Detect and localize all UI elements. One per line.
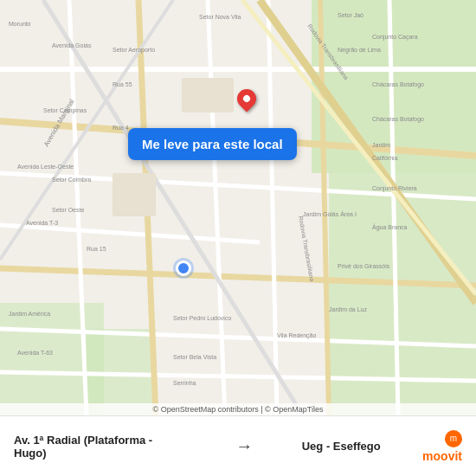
- svg-text:Setor Pedro Ludovico: Setor Pedro Ludovico: [173, 315, 231, 321]
- map-attribution: © OpenStreetMap contributors | © OpenMap…: [0, 403, 476, 415]
- svg-text:Setor Jaó: Setor Jaó: [338, 12, 363, 18]
- svg-text:Jardim América: Jardim América: [9, 311, 50, 317]
- svg-text:Rua 4: Rua 4: [113, 125, 129, 131]
- moovit-brand-text: moovit: [422, 449, 462, 463]
- svg-text:Setor Coimbra: Setor Coimbra: [52, 177, 91, 183]
- route-arrow: →: [235, 436, 253, 456]
- bottom-bar: Av. 1ª Radial (Plataforma - Hugo) → Ueg …: [0, 415, 476, 476]
- svg-text:Chácaras Botafogo: Chácaras Botafogo: [372, 81, 424, 88]
- svg-text:Morunbi: Morunbi: [9, 21, 31, 27]
- moovit-logo: m moovit: [422, 430, 462, 463]
- svg-text:Califórnia: Califórnia: [372, 155, 398, 161]
- svg-text:Chácaras Botafogo: Chácaras Botafogo: [372, 116, 424, 123]
- svg-text:Rua 55: Rua 55: [113, 81, 132, 87]
- svg-text:Privé dos Girassóis: Privé dos Girassóis: [338, 263, 390, 269]
- svg-text:Avenida Goiás: Avenida Goiás: [52, 42, 92, 48]
- svg-text:Avenida T-3: Avenida T-3: [26, 220, 58, 226]
- map-callout[interactable]: Me leve para este local: [128, 128, 297, 160]
- route-to: Ueg - Eseffego: [302, 440, 381, 453]
- callout-text: Me leve para este local: [142, 137, 283, 151]
- svg-rect-55: [182, 78, 234, 113]
- route-to-name: Ueg - Eseffego: [302, 440, 381, 453]
- svg-text:Negrão de Lima: Negrão de Lima: [338, 47, 381, 54]
- svg-text:Setor Bela Vista: Setor Bela Vista: [173, 354, 216, 360]
- svg-text:Água Branca: Água Branca: [372, 223, 408, 231]
- svg-text:Setor Oeste: Setor Oeste: [52, 207, 84, 213]
- route-from-name: Av. 1ª Radial (Plataforma - Hugo): [14, 434, 187, 460]
- svg-text:Conjunto Caçara: Conjunto Caçara: [372, 34, 418, 41]
- svg-text:Vila Redenção: Vila Redenção: [277, 332, 317, 339]
- pin-head: [233, 85, 260, 112]
- svg-text:Avenida Leste-Oeste: Avenida Leste-Oeste: [17, 164, 74, 170]
- svg-text:Jardim: Jardim: [372, 142, 390, 148]
- svg-rect-56: [113, 173, 156, 216]
- svg-text:Jardim da Luz: Jardim da Luz: [329, 306, 367, 312]
- svg-text:Setor Aeroporto: Setor Aeroporto: [113, 47, 155, 54]
- attribution-text: © OpenStreetMap contributors | © OpenMap…: [153, 405, 324, 414]
- svg-text:Serrinha: Serrinha: [173, 380, 196, 386]
- current-location-dot: [176, 261, 191, 276]
- svg-text:Conjunto Riviera: Conjunto Riviera: [372, 185, 417, 192]
- svg-text:Jardim Golás Área I: Jardim Golás Área I: [303, 210, 357, 217]
- moovit-icon: m: [445, 430, 462, 447]
- svg-text:Setor Nova Vila: Setor Nova Vila: [199, 14, 241, 20]
- destination-pin: [237, 89, 256, 108]
- map-svg: Avenida Marginal Rua 55 Rua 4 Avenida Le…: [0, 0, 476, 415]
- route-from: Av. 1ª Radial (Plataforma - Hugo): [14, 434, 187, 460]
- svg-text:Avenida T-63: Avenida T-63: [17, 350, 53, 356]
- svg-text:Rua 15: Rua 15: [87, 246, 106, 252]
- map-view: Avenida Marginal Rua 55 Rua 4 Avenida Le…: [0, 0, 476, 415]
- svg-text:Setor Campinas: Setor Campinas: [43, 107, 87, 114]
